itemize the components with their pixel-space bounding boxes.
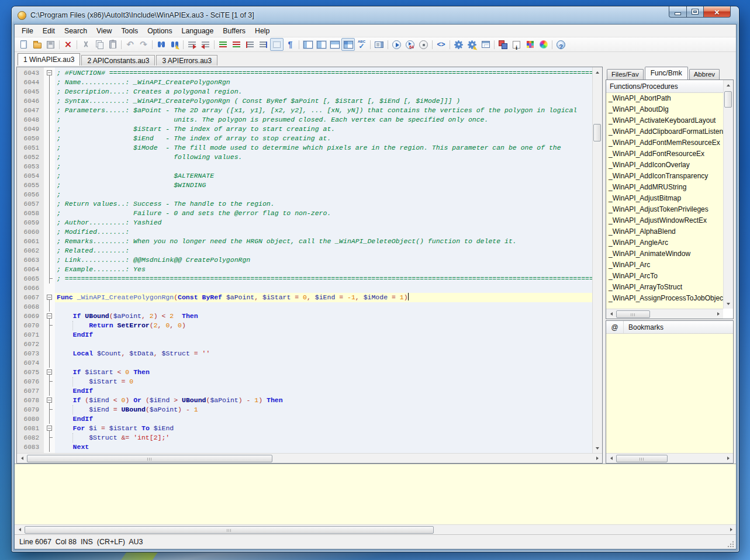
- scroll-thumb[interactable]: [616, 310, 650, 318]
- scroll-down-arrow[interactable]: [724, 299, 734, 309]
- line-number[interactable]: 6073: [17, 349, 44, 358]
- code-line[interactable]: [55, 358, 592, 368]
- undo-button[interactable]: ↶: [123, 38, 137, 51]
- line-number[interactable]: 6044: [17, 78, 44, 87]
- syntax-check-button[interactable]: [355, 38, 368, 51]
- scroll-down-arrow[interactable]: [593, 443, 603, 453]
- fold-margin-cell[interactable]: [44, 443, 55, 452]
- function-list-item[interactable]: _WinAPI_AddFontMemResourceEx: [606, 137, 723, 148]
- functions-vertical-scrollbar[interactable]: [723, 80, 733, 309]
- outdent-button[interactable]: [199, 38, 212, 51]
- code-line[interactable]: ; ======================================…: [55, 274, 592, 284]
- scroll-right-arrow[interactable]: [723, 454, 733, 464]
- layout-4-button[interactable]: [341, 38, 355, 51]
- code-line[interactable]: ; Author.........: Yashied: [55, 218, 592, 227]
- paragraph-marks-button[interactable]: ¶: [284, 38, 297, 51]
- fold-collapse-icon[interactable]: [47, 397, 52, 403]
- code-line[interactable]: If UBound($aPoint, 2) < 2 Then: [55, 312, 592, 321]
- fold-margin-cell[interactable]: [44, 78, 55, 87]
- help-button[interactable]: [554, 38, 568, 51]
- fold-margin-cell[interactable]: [44, 209, 55, 218]
- line-number[interactable]: 6056: [17, 190, 44, 199]
- fold-margin-cell[interactable]: [44, 255, 55, 265]
- code-line[interactable]: ; Parameters.....: $aPoint - The 2D arra…: [55, 106, 592, 115]
- fold-margin-cell[interactable]: [44, 274, 55, 284]
- line-number[interactable]: 6069: [17, 312, 44, 321]
- fold-margin-cell[interactable]: [44, 143, 55, 153]
- layout-2-button[interactable]: [314, 38, 328, 51]
- code-line[interactable]: ; Syntax.........: _WinAPI_CreatePolygon…: [55, 96, 592, 106]
- code-line[interactable]: ; Failure - 0 and sets the @error flag t…: [55, 209, 592, 218]
- code-line[interactable]: ; Link...........: @@MsdnLink@@ CreatePo…: [55, 255, 592, 265]
- code-line[interactable]: ; $WINDING: [55, 181, 592, 190]
- new-file-button[interactable]: [17, 38, 30, 51]
- code-line[interactable]: ; Name...........: _WinAPI_CreatePolygon…: [55, 78, 592, 87]
- minimize-button[interactable]: [669, 6, 687, 18]
- fold-margin-cell[interactable]: [44, 96, 55, 106]
- code-line[interactable]: [55, 340, 592, 349]
- fold-margin-cell[interactable]: [44, 293, 55, 302]
- code-line[interactable]: ; Example........: Yes: [55, 265, 592, 274]
- line-number[interactable]: 6076: [17, 377, 44, 386]
- fold-margin-cell[interactable]: [44, 162, 55, 171]
- function-list-item[interactable]: _WinAPI_AddClipboardFormatListener: [606, 126, 723, 137]
- function-list-item[interactable]: _WinAPI_AddIconOverlay: [606, 160, 723, 171]
- bookmarks-label-column[interactable]: Bookmarks: [624, 321, 733, 333]
- scroll-left-arrow[interactable]: [15, 525, 25, 535]
- menu-item-options[interactable]: Options: [143, 25, 177, 37]
- bookmarks-list[interactable]: [606, 334, 733, 453]
- line-number[interactable]: 6082: [17, 433, 44, 443]
- line-number[interactable]: 6051: [17, 143, 44, 153]
- function-list-item[interactable]: _WinAPI_AddMRUString: [606, 182, 723, 193]
- code-line[interactable]: EndIf: [55, 330, 592, 340]
- copy-button[interactable]: [92, 38, 106, 51]
- color-grid-button[interactable]: [523, 38, 537, 51]
- code-line[interactable]: Func _WinAPI_CreatePolygonRgn(Const ByRe…: [55, 293, 592, 302]
- line-number[interactable]: 6080: [17, 414, 44, 424]
- code-line[interactable]: Return SetError(2, 0, 0): [55, 321, 592, 330]
- fold-margin-cell[interactable]: [44, 246, 55, 255]
- code-line[interactable]: ; Description....: Creates a polygonal r…: [55, 87, 592, 96]
- menu-item-view[interactable]: View: [92, 25, 116, 37]
- scroll-thumb[interactable]: [25, 526, 434, 534]
- function-list-item[interactable]: _WinAPI_AbortPath: [606, 93, 723, 104]
- fold-margin-cell[interactable]: [44, 125, 55, 134]
- scroll-track[interactable]: [593, 77, 603, 443]
- scroll-thumb[interactable]: [616, 455, 668, 462]
- line-number[interactable]: 6057: [17, 199, 44, 209]
- line-number[interactable]: 6052: [17, 153, 44, 162]
- menu-item-language[interactable]: Language: [177, 25, 219, 37]
- function-list-item[interactable]: _WinAPI_ActivateKeyboardLayout: [606, 115, 723, 126]
- line-number[interactable]: 6079: [17, 405, 44, 414]
- function-list-item[interactable]: _WinAPI_AddIconTransparency: [606, 171, 723, 182]
- bookmarks-horizontal-scrollbar[interactable]: [606, 453, 733, 463]
- functions-list[interactable]: _WinAPI_AbortPath_WinAPI_AboutDlg_WinAPI…: [606, 93, 723, 309]
- fold-margin-cell[interactable]: [44, 181, 55, 190]
- line-number[interactable]: 6045: [17, 87, 44, 96]
- code-line[interactable]: ; $iEnd - The index of array to stop cre…: [55, 134, 592, 143]
- code-line[interactable]: ; Remarks........: When you no longer ne…: [55, 237, 592, 246]
- panel-tab-abbrev[interactable]: Abbrev: [689, 69, 720, 79]
- show-whitespace-button[interactable]: [270, 38, 284, 51]
- function-list-item[interactable]: _WinAPI_ArrayToStruct: [606, 282, 723, 293]
- au3-record-button[interactable]: [496, 38, 510, 51]
- close-file-button[interactable]: ×: [61, 38, 75, 51]
- console-button[interactable]: [372, 38, 386, 51]
- code-line[interactable]: ; #FUNCTION# ===========================…: [55, 68, 592, 78]
- unalign-button[interactable]: [257, 38, 270, 51]
- panel-tab-func-bmk[interactable]: Func/Bmk: [645, 67, 688, 79]
- replace-button[interactable]: [168, 38, 181, 51]
- fold-margin-cell[interactable]: [44, 377, 55, 386]
- functions-horizontal-scrollbar[interactable]: [606, 309, 723, 319]
- close-button[interactable]: ×: [704, 6, 731, 18]
- scroll-right-arrow[interactable]: [592, 454, 602, 464]
- menu-item-file[interactable]: File: [17, 25, 38, 37]
- fold-margin-cell[interactable]: [44, 321, 55, 330]
- fold-margin-cell[interactable]: [44, 433, 55, 443]
- scroll-left-arrow[interactable]: [606, 454, 616, 464]
- function-list-item[interactable]: _WinAPI_AssignProcessToJobObject: [606, 293, 723, 304]
- line-number[interactable]: 6058: [17, 209, 44, 218]
- fold-margin-cell[interactable]: [44, 396, 55, 405]
- scroll-thumb[interactable]: [724, 91, 732, 108]
- output-horizontal-scrollbar[interactable]: [15, 524, 736, 534]
